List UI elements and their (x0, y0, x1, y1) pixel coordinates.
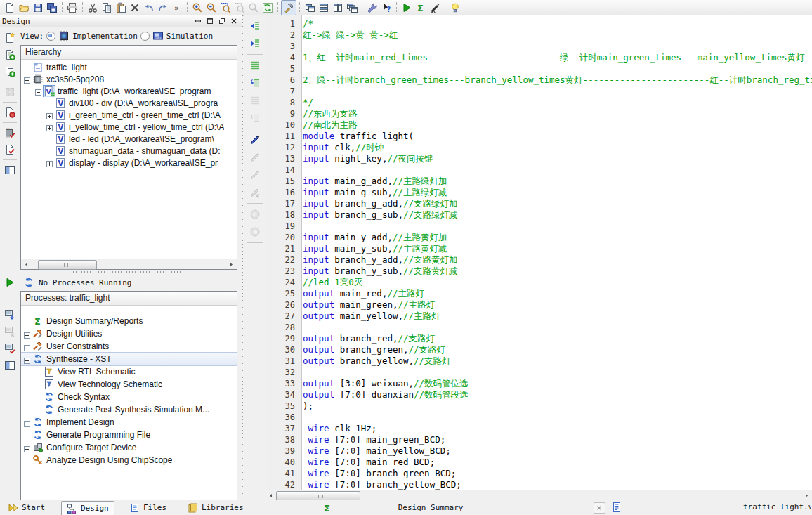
undo-icon[interactable] (142, 1, 156, 15)
tree-item[interactable]: Vi_yellow_time_ctrl - yellow_time_ctrl (… (21, 121, 237, 133)
tree-item[interactable]: Check Syntax (21, 391, 237, 403)
navnext-icon[interactable] (248, 37, 262, 51)
markgray-icon[interactable] (248, 93, 262, 107)
pengray-icon[interactable] (248, 150, 262, 164)
bulb-icon[interactable] (448, 1, 462, 15)
markundo-icon[interactable] (248, 76, 262, 90)
blocks-icon[interactable] (3, 85, 17, 99)
pengray2-icon[interactable] (248, 168, 262, 182)
helpsel-icon[interactable]: ? (379, 1, 393, 15)
simulation-radio[interactable] (140, 32, 150, 41)
tree-item[interactable]: Vdiv100 - div (D:\A_workarea\ISE_progra (21, 97, 237, 109)
procx-icon[interactable] (3, 325, 17, 339)
markall-icon[interactable] (248, 58, 262, 72)
source-file-tab-icon[interactable] (611, 502, 622, 513)
layers-icon[interactable] (345, 1, 359, 15)
tree-item[interactable]: Synthesize - XST (21, 353, 237, 365)
collapse-icon[interactable] (24, 356, 30, 363)
tree-item[interactable]: Vtraffic_light (D:\A_workarea\ISE_progra… (21, 85, 237, 97)
tree-item[interactable]: Configure Target Device (21, 441, 237, 454)
hammer-icon[interactable] (281, 0, 296, 15)
play-icon[interactable] (400, 1, 414, 15)
expand-icon[interactable] (46, 159, 53, 166)
expand-icon[interactable] (24, 445, 30, 451)
addcopy-icon[interactable] (3, 65, 17, 79)
tree-item[interactable]: Vdisplay - display (D:\A_workarea\ISE_pr (21, 157, 237, 169)
refresh-icon[interactable] (261, 1, 275, 15)
design-summary-tab[interactable]: Σ Design Summary (322, 501, 605, 514)
tree-item[interactable]: ΣDesign Summary/Reports (21, 315, 237, 327)
cut-icon[interactable] (86, 1, 100, 15)
scroll-right-arrow[interactable] (802, 491, 811, 500)
open-icon[interactable] (17, 1, 31, 15)
tree-item[interactable]: Vled - led (D:\A_workarea\ISE_program\ (21, 133, 237, 145)
implementation-radio[interactable] (46, 32, 55, 41)
panel-tab-files[interactable]: Files (124, 501, 171, 514)
navprev-icon[interactable] (248, 19, 262, 33)
scroll-right-arrow[interactable] (227, 260, 236, 268)
new-icon[interactable] (3, 1, 17, 15)
navfwd-icon[interactable] (248, 225, 262, 239)
tilev-icon[interactable] (331, 1, 345, 15)
collapse-icon[interactable] (24, 76, 30, 82)
copy-icon[interactable] (100, 1, 114, 15)
tree-item[interactable]: Generate Programming File (21, 429, 237, 441)
penx-icon[interactable] (248, 185, 262, 200)
tree-item[interactable]: Generate Post-Synthesis Simulation M... (21, 403, 237, 416)
panel-tab-start[interactable]: Start (3, 501, 50, 514)
expand-icon[interactable] (24, 419, 30, 426)
addsrc-icon[interactable] (3, 48, 17, 62)
doccheck-icon[interactable] (3, 143, 17, 157)
print-icon[interactable] (65, 1, 79, 15)
tree-item[interactable]: User Constraints (21, 340, 237, 353)
expand-icon[interactable] (24, 344, 30, 350)
navback-icon[interactable] (248, 207, 262, 221)
tileh-icon[interactable] (317, 1, 331, 15)
expand-icon[interactable] (46, 112, 53, 118)
tree-item[interactable]: Vshumaguan_data - shumaguan_data (D: (21, 145, 237, 157)
save-icon[interactable] (31, 1, 45, 15)
scrollbar-thumb[interactable] (38, 260, 97, 270)
source-file-tab-label[interactable]: traffic_light.v (743, 502, 811, 511)
panel-detach-button[interactable] (192, 16, 204, 27)
proccheck2-icon[interactable] (3, 341, 17, 356)
code-editor[interactable]: 1234567891011121314151617181920212223242… (266, 15, 812, 500)
panel-tab-libraries[interactable]: Libraries (183, 501, 249, 514)
removesrc-icon[interactable] (3, 105, 17, 119)
zoomout-icon[interactable] (204, 1, 218, 15)
zoomin-icon[interactable] (190, 1, 204, 15)
panel-float-button[interactable] (216, 16, 228, 27)
del-icon[interactable] (128, 1, 142, 15)
tree-item[interactable]: xc3s50-5pq208 (21, 73, 237, 85)
panels-icon[interactable] (3, 163, 17, 177)
design-panel-titlebar[interactable]: Design (0, 15, 242, 27)
wrench-icon[interactable] (365, 1, 379, 15)
tree-item[interactable]: traffic_light (21, 61, 237, 73)
scroll-left-arrow[interactable] (266, 491, 275, 500)
code-area[interactable]: /*红->绿 绿->黄 黄->红1、红--计时main_red_times---… (303, 15, 812, 491)
expand-icon[interactable] (46, 124, 53, 130)
tree-item[interactable]: Design Utilities (21, 327, 237, 340)
sigma-icon[interactable]: Σ (414, 1, 428, 15)
procdown-icon[interactable] (3, 308, 17, 322)
panel-splitter[interactable] (20, 270, 237, 274)
chipcheck-icon[interactable] (3, 126, 17, 140)
saveall-icon[interactable] (45, 1, 59, 15)
newsrc-icon[interactable] (3, 31, 17, 45)
paste-icon[interactable] (114, 1, 128, 15)
more-icon[interactable]: » (170, 1, 184, 15)
panel-tab-design[interactable]: Design (61, 501, 114, 515)
tree-item[interactable]: Analyze Design Using ChipScope (21, 454, 237, 467)
markgrayundo-icon[interactable] (248, 111, 262, 125)
redo-icon[interactable] (156, 1, 170, 15)
panel-close-button[interactable] (228, 16, 240, 27)
close-summary-tab-button[interactable] (594, 502, 605, 514)
panels-icon[interactable] (3, 358, 17, 372)
penblue-icon[interactable] (248, 133, 262, 147)
scope-icon[interactable] (428, 1, 442, 15)
scroll-left-arrow[interactable] (22, 260, 31, 268)
hierarchy-hscrollbar[interactable] (21, 259, 237, 269)
cascade-icon[interactable] (303, 1, 317, 15)
panel-maximize-button[interactable] (204, 16, 216, 27)
editor-hscrollbar[interactable] (266, 490, 812, 500)
